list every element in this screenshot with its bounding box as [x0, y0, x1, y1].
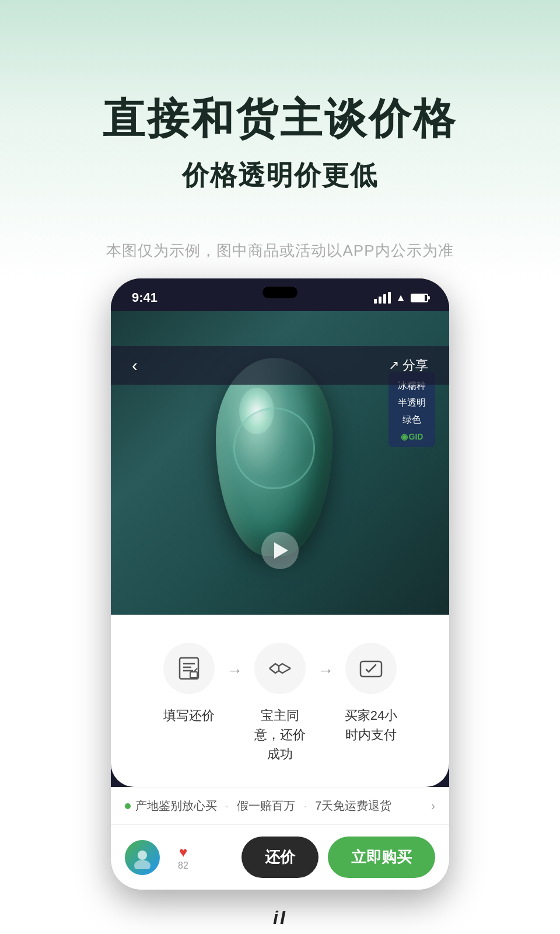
play-button[interactable]	[261, 532, 299, 569]
gid-logo-text: GID	[409, 432, 424, 441]
form-icon	[176, 656, 202, 681]
bargain-button[interactable]: 还价	[242, 837, 318, 878]
trust-text-1: 产地鉴别放心买	[135, 798, 217, 814]
step-1-label: 填写还价	[163, 706, 215, 725]
heart-count: 82	[178, 860, 188, 871]
trust-sep-1: ·	[225, 799, 229, 814]
status-icons: ▲	[374, 292, 428, 304]
status-time: 9:41	[132, 290, 158, 305]
phone-nav: ‹ ↗ 分享	[111, 346, 449, 385]
signal-bars-icon	[374, 292, 391, 304]
step-2: 宝主同意，还价成功	[249, 643, 312, 764]
svg-point-9	[134, 860, 150, 869]
heart-badge[interactable]: ♥ 82	[169, 844, 197, 872]
wifi-icon: ▲	[396, 292, 406, 304]
svg-rect-5	[190, 672, 197, 678]
hero-subtitle: 价格透明价更低	[0, 158, 560, 194]
bottom-hint-area: iI	[0, 890, 560, 934]
phone-video-area: ‹ ↗ 分享	[111, 311, 449, 615]
avatar-icon	[131, 846, 154, 869]
heart-icon: ♥	[179, 844, 187, 860]
step-1-icon-wrap	[163, 643, 215, 694]
gid-badge-line3: 绿色	[397, 412, 427, 428]
trust-sep-2: ·	[303, 799, 307, 814]
step-2-label: 宝主同意，还价成功	[249, 706, 312, 764]
status-notch	[262, 287, 298, 298]
bottom-store-bar[interactable]: 产地鉴别放心买 · 假一赔百万 · 7天免运费退货 ›	[111, 787, 449, 825]
store-trust: 产地鉴别放心买 · 假一赔百万 · 7天免运费退货	[125, 798, 431, 814]
product-card: 填写还价 → 宝主同意，还价成功	[111, 615, 449, 787]
steps-section: 填写还价 → 宝主同意，还价成功	[146, 643, 414, 764]
disclaimer-text: 本图仅为示例，图中商品或活动以APP内公示为准	[0, 241, 560, 261]
jade-carving	[233, 407, 315, 489]
share-button[interactable]: ↗ 分享	[388, 357, 428, 374]
phone-mockup: 9:41 ▲	[111, 278, 449, 890]
step-3-icon-wrap	[345, 643, 397, 694]
bottom-trust-bar: 产地鉴别放心买 · 假一赔百万 · 7天免运费退货 ›	[111, 787, 449, 890]
bottom-action-bar: ♥ 82 还价 立即购买	[111, 825, 449, 890]
buy-button[interactable]: 立即购买	[328, 837, 435, 878]
step-2-icon-wrap	[254, 643, 306, 694]
step-3-label: 买家24小时内支付	[340, 706, 402, 744]
payment-icon	[358, 656, 384, 681]
gid-badge-line2: 半透明	[397, 395, 427, 412]
phone-mockup-wrapper: 9:41 ▲	[0, 278, 560, 890]
chevron-right-icon: ›	[431, 799, 435, 813]
battery-fill	[412, 295, 425, 301]
bottom-hint-text: iI	[273, 907, 287, 928]
hero-title: 直接和货主谈价格	[0, 93, 560, 144]
gid-logo: ◉ GID	[397, 432, 427, 441]
phone-status-bar: 9:41 ▲	[111, 278, 449, 311]
battery-icon	[411, 294, 428, 302]
trust-text-3: 7天免运费退货	[315, 798, 391, 814]
step-arrow-2: →	[312, 661, 340, 680]
page-wrapper: 直接和货主谈价格 价格透明价更低 本图仅为示例，图中商品或活动以APP内公示为准…	[0, 0, 560, 934]
step-3: 买家24小时内支付	[340, 643, 402, 744]
trust-text-2: 假一赔百万	[237, 798, 295, 814]
jade-shape	[216, 358, 332, 556]
seller-avatar[interactable]	[125, 840, 160, 875]
gid-logo-icon: ◉	[401, 432, 408, 441]
play-triangle-icon	[274, 542, 288, 559]
step-1: 填写还价	[158, 643, 220, 725]
trust-dot	[125, 803, 131, 809]
hero-section: 直接和货主谈价格 价格透明价更低	[0, 0, 560, 194]
back-button[interactable]: ‹	[132, 356, 138, 375]
share-icon: ↗	[388, 358, 399, 373]
share-label: 分享	[402, 357, 428, 374]
step-arrow-1: →	[220, 661, 249, 680]
svg-point-8	[138, 851, 147, 860]
handshake-icon	[267, 656, 293, 681]
